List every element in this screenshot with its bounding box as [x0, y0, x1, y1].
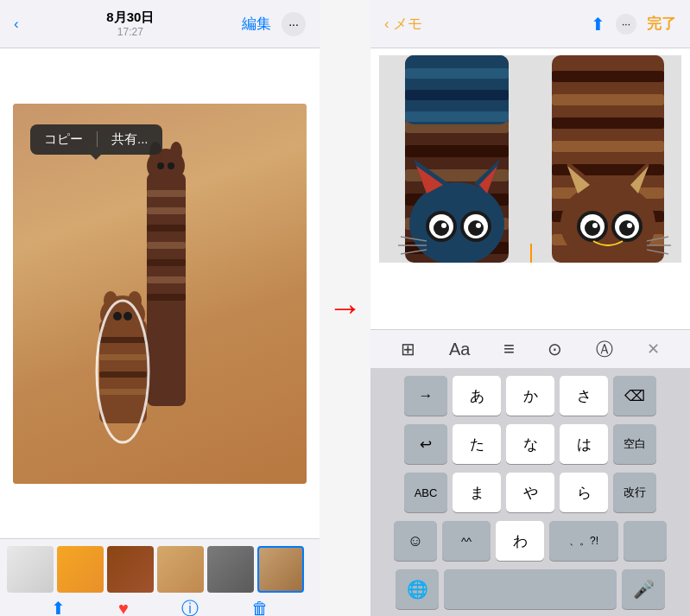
key-a[interactable]: あ — [453, 376, 501, 416]
back-button[interactable]: ‹ — [14, 16, 19, 33]
more-dots-icon: ··· — [622, 18, 630, 30]
trash-action-icon[interactable]: 🗑 — [251, 599, 269, 617]
keyboard-bottom-row: 🌐 🎤 — [374, 569, 687, 609]
menu-divider — [97, 131, 98, 147]
thumbnail-1[interactable] — [7, 546, 54, 593]
header-actions: 編集 ··· — [242, 12, 306, 36]
key-ya[interactable]: や — [506, 473, 554, 512]
key-ta[interactable]: た — [453, 424, 501, 464]
left-panel: ‹ 8月30日 17:27 編集 ··· コピー 共有... — [0, 0, 320, 616]
key-ra[interactable]: ら — [560, 473, 608, 512]
key-sa[interactable]: さ — [560, 376, 608, 416]
thumbnail-6[interactable] — [257, 546, 304, 593]
svg-point-50 — [476, 223, 481, 228]
svg-point-46 — [441, 223, 446, 228]
svg-point-11 — [157, 162, 164, 169]
note-cats-svg — [379, 55, 681, 263]
header-time: 17:27 — [106, 26, 154, 38]
keyboard-row-2: ↩ た な は 空白 — [374, 424, 687, 464]
key-punctuation[interactable]: 、。?! — [549, 521, 618, 561]
svg-point-70 — [585, 220, 600, 236]
edit-button[interactable]: 編集 — [242, 14, 271, 34]
key-empty — [624, 521, 667, 561]
copy-menu-item[interactable]: コピー — [44, 131, 83, 148]
text-style-toolbar-icon[interactable]: Aa — [449, 340, 470, 359]
back-chevron-icon: ‹ — [384, 16, 389, 33]
red-arrow-icon: → — [328, 289, 363, 327]
more-dots-icon: ··· — [288, 17, 299, 31]
svg-point-12 — [168, 162, 174, 169]
svg-rect-35 — [405, 68, 509, 79]
back-label: メモ — [393, 14, 422, 34]
header-date-center: 8月30日 17:27 — [106, 10, 154, 38]
camera-toolbar-icon[interactable]: ⊙ — [548, 339, 562, 359]
key-na[interactable]: な — [506, 424, 554, 464]
list-toolbar-icon[interactable]: ≡ — [503, 338, 515, 360]
thumbnail-4[interactable] — [157, 546, 204, 593]
svg-point-10 — [170, 142, 182, 162]
svg-rect-58 — [552, 141, 664, 152]
done-button[interactable]: 完了 — [647, 14, 676, 34]
keyboard-row-1: → あ か さ ⌫ — [374, 376, 687, 416]
cats-svg — [13, 104, 307, 484]
key-wa[interactable]: わ — [496, 521, 544, 561]
handwriting-toolbar-icon[interactable]: Ⓐ — [596, 338, 613, 361]
heart-action-icon[interactable]: ♥ — [118, 599, 129, 617]
svg-rect-29 — [405, 145, 509, 157]
svg-point-22 — [123, 312, 132, 321]
svg-rect-4 — [147, 242, 186, 249]
share-action-icon[interactable]: ⬆ — [51, 598, 66, 616]
thumbnail-row — [7, 546, 313, 593]
svg-rect-37 — [405, 111, 509, 122]
svg-rect-36 — [405, 90, 509, 100]
svg-rect-57 — [552, 117, 664, 129]
text-cursor — [530, 244, 532, 263]
table-toolbar-icon[interactable]: ⊞ — [401, 339, 415, 359]
photo-container: コピー 共有... — [13, 104, 307, 484]
share-icon[interactable]: ⬆ — [591, 14, 605, 35]
more-button[interactable]: ··· — [282, 12, 306, 36]
backspace-key[interactable]: ⌫ — [613, 376, 656, 416]
spacebar-key[interactable] — [444, 569, 617, 609]
direction-arrow: → — [320, 0, 370, 616]
key-ka[interactable]: か — [506, 376, 554, 416]
key-arrow[interactable]: → — [404, 376, 447, 416]
thumbnail-3[interactable] — [107, 546, 154, 593]
mic-key[interactable]: 🎤 — [622, 569, 665, 609]
toolbar-close-icon[interactable]: ✕ — [647, 340, 660, 359]
key-abc[interactable]: ABC — [404, 473, 447, 512]
context-menu: コピー 共有... — [30, 124, 162, 155]
svg-rect-3 — [147, 225, 186, 232]
globe-key[interactable]: 🌐 — [396, 569, 439, 609]
key-undo[interactable]: ↩ — [404, 424, 447, 464]
info-action-icon[interactable]: ⓘ — [181, 597, 199, 617]
svg-rect-7 — [147, 294, 186, 301]
right-header-actions: ⬆ ··· 完了 — [591, 14, 676, 35]
right-panel: ‹ メモ ⬆ ··· 完了 — [370, 0, 690, 616]
header-date: 8月30日 — [106, 10, 154, 26]
note-content-area[interactable] — [370, 48, 690, 329]
thumbnail-2[interactable] — [57, 546, 104, 593]
share-menu-item[interactable]: 共有... — [111, 131, 149, 148]
svg-point-21 — [113, 312, 122, 321]
back-chevron-icon: ‹ — [14, 16, 19, 33]
key-return[interactable]: 改行 — [613, 473, 656, 512]
keyboard: → あ か さ ⌫ ↩ た な は 空白 ABC ま や ら 改行 ☺ ^^ わ… — [370, 369, 690, 616]
key-ha[interactable]: は — [560, 424, 608, 464]
thumbnail-5[interactable] — [207, 546, 254, 593]
svg-rect-55 — [552, 71, 664, 82]
svg-point-75 — [627, 223, 632, 228]
action-bar: ⬆ ♥ ⓘ 🗑 — [7, 593, 313, 616]
note-image — [379, 55, 681, 263]
svg-rect-17 — [99, 389, 147, 395]
key-ma[interactable]: ま — [453, 473, 501, 512]
svg-rect-16 — [99, 372, 147, 378]
note-toolbar: ⊞ Aa ≡ ⊙ Ⓐ ✕ — [370, 329, 690, 369]
left-header: ‹ 8月30日 17:27 編集 ··· — [0, 0, 320, 48]
notes-back-button[interactable]: ‹ メモ — [384, 14, 422, 34]
more-button[interactable]: ··· — [616, 14, 636, 35]
key-caret[interactable]: ^^ — [442, 521, 491, 561]
key-emoji[interactable]: ☺ — [394, 521, 437, 561]
right-header: ‹ メモ ⬆ ··· 完了 — [370, 0, 690, 48]
key-space[interactable]: 空白 — [613, 424, 656, 464]
